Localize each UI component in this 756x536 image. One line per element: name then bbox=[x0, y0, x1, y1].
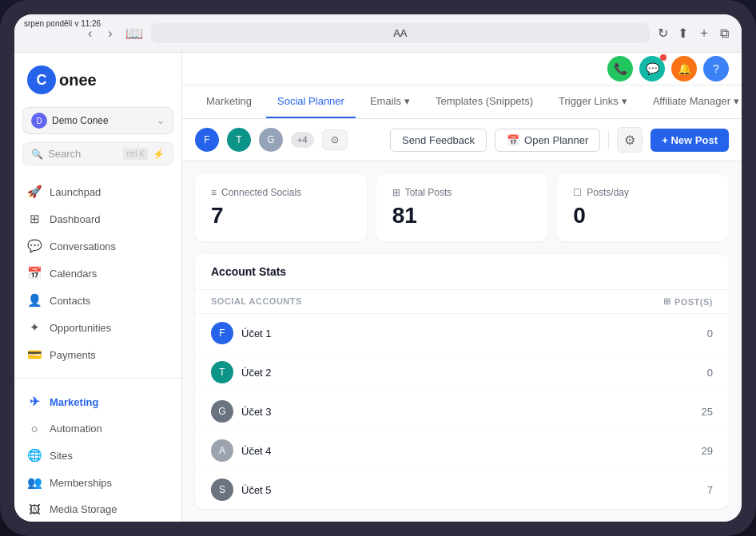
tab-emails-label: Emails bbox=[370, 95, 401, 107]
sidebar-item-launchpad[interactable]: 🚀 Launchpad bbox=[14, 178, 181, 205]
social-avatar-3[interactable]: G bbox=[259, 128, 283, 152]
tab-marketing[interactable]: Marketing bbox=[195, 85, 263, 118]
settings-button[interactable]: ⚙ bbox=[617, 127, 643, 153]
account-avatar-sm-1: F bbox=[211, 322, 233, 344]
toolbar: F T G +4 ⊙ Send Feedback 📅 Open Planner … bbox=[182, 119, 742, 161]
book-icon: 📖 bbox=[125, 25, 143, 42]
right-panel: 📞 💬 🔔 ? Marketing Social Planner bbox=[182, 53, 742, 522]
account-info-5: S Účet 5 bbox=[211, 478, 272, 501]
tabs-button[interactable]: ⧉ bbox=[720, 26, 729, 41]
contacts-icon: 👤 bbox=[27, 293, 42, 308]
search-bar[interactable]: 🔍 Search ctrl K ⚡ bbox=[22, 142, 173, 165]
sidebar: C onee D Demo Conee ⌄ 🔍 Search ctrl K ⚡ bbox=[14, 53, 182, 522]
sidebar-item-calendars[interactable]: 📅 Calendars bbox=[14, 260, 181, 287]
sidebar-item-conversations[interactable]: 💬 Conversations bbox=[14, 232, 181, 260]
status-bar: srpen pondělí v 11:26 bbox=[24, 19, 101, 28]
stat-label: ⊞ Total Posts bbox=[392, 187, 532, 198]
account-row-2: T Účet 2 0 bbox=[195, 353, 729, 392]
calendars-icon: 📅 bbox=[27, 266, 42, 280]
logo-icon: C bbox=[27, 66, 56, 94]
more-badge[interactable]: +4 bbox=[291, 132, 314, 148]
search-shortcut: ctrl K bbox=[123, 148, 148, 160]
stat-value: 7 bbox=[211, 203, 351, 228]
account-stats-title: Account Stats bbox=[195, 254, 729, 290]
account-info-1: F Účet 1 bbox=[211, 322, 272, 344]
sidebar-item-sites[interactable]: 🌐 Sites bbox=[14, 442, 181, 469]
media-storage-icon: 🖼 bbox=[27, 502, 42, 516]
posts-count-1: 0 bbox=[707, 328, 713, 339]
new-post-button[interactable]: + New Post bbox=[651, 129, 729, 152]
stat-label: ☐ Posts/day bbox=[573, 187, 713, 198]
open-planner-button[interactable]: 📅 Open Planner bbox=[495, 129, 600, 152]
open-planner-label: Open Planner bbox=[524, 134, 588, 146]
tab-trigger-links-label: Trigger Links bbox=[559, 95, 619, 107]
sidebar-item-label: Sites bbox=[50, 450, 73, 462]
send-feedback-button[interactable]: Send Feedback bbox=[390, 129, 487, 152]
dashboard-icon: ⊞ bbox=[27, 212, 42, 226]
phone-button[interactable]: 📞 bbox=[607, 56, 633, 81]
posts-count-4: 29 bbox=[702, 445, 713, 457]
main-layout: C onee D Demo Conee ⌄ 🔍 Search ctrl K ⚡ bbox=[14, 53, 742, 522]
tab-social-planner-label: Social Planner bbox=[277, 95, 344, 107]
nav-section-secondary: ✈ Marketing ○ Automation 🌐 Sites 👥 Membe… bbox=[14, 385, 181, 522]
account-info-3: G Účet 3 bbox=[211, 400, 272, 423]
help-button[interactable]: ? bbox=[703, 56, 729, 81]
sidebar-item-payments[interactable]: 💳 Payments bbox=[14, 341, 181, 368]
account-avatar-sm-2: T bbox=[211, 361, 233, 383]
sidebar-item-dashboard[interactable]: ⊞ Dashboard bbox=[14, 205, 181, 232]
sidebar-item-label: Dashboard bbox=[50, 213, 101, 225]
nav-tabs: Marketing Social Planner Emails ▾ Templa… bbox=[182, 85, 742, 119]
sidebar-item-opportunities[interactable]: ✦ Opportunities bbox=[14, 314, 181, 341]
calendar-icon: 📅 bbox=[507, 134, 519, 146]
sidebar-item-label: Opportunities bbox=[50, 322, 111, 334]
search-placeholder: Search bbox=[48, 148, 118, 160]
affiliate-dropdown-icon: ▾ bbox=[734, 95, 739, 107]
content-area: ≡ Connected Socials 7 ⊞ Total Posts 81 bbox=[182, 161, 742, 522]
search-icon: 🔍 bbox=[31, 149, 43, 160]
account-avatar-sm-5: S bbox=[211, 478, 233, 501]
tab-affiliate-manager[interactable]: Affiliate Manager ▾ bbox=[642, 85, 742, 118]
chat-button[interactable]: 💬 bbox=[639, 56, 665, 81]
sidebar-item-marketing[interactable]: ✈ Marketing bbox=[14, 388, 181, 415]
social-avatar-2[interactable]: T bbox=[227, 128, 251, 152]
posts-count-3: 25 bbox=[702, 406, 713, 418]
browser-actions: ↻ ⬆ ＋ ⧉ bbox=[658, 25, 729, 42]
sidebar-item-automation[interactable]: ○ Automation bbox=[14, 415, 181, 442]
tab-marketing-label: Marketing bbox=[206, 95, 252, 107]
sidebar-item-contacts[interactable]: 👤 Contacts bbox=[14, 287, 181, 314]
share-button[interactable]: ⬆ bbox=[678, 26, 688, 41]
account-name-1: Účet 1 bbox=[241, 328, 272, 339]
nav-section-main: 🚀 Launchpad ⊞ Dashboard 💬 Conversations … bbox=[14, 175, 181, 371]
sidebar-item-label: Contacts bbox=[50, 295, 90, 307]
tab-trigger-links[interactable]: Trigger Links ▾ bbox=[547, 85, 639, 118]
account-name-5: Účet 5 bbox=[241, 484, 272, 496]
col-social-accounts: SOCIAL ACCOUNTS bbox=[211, 296, 302, 307]
trigger-links-dropdown-icon: ▾ bbox=[622, 95, 627, 107]
filter-button[interactable]: ⊙ bbox=[322, 129, 348, 150]
url-bar[interactable]: AA bbox=[151, 23, 650, 43]
social-avatar-1[interactable]: F bbox=[195, 128, 219, 152]
account-row-5: S Účet 5 7 bbox=[195, 470, 729, 509]
stats-row: ≡ Connected Socials 7 ⊞ Total Posts 81 bbox=[195, 174, 729, 241]
posts-count-5: 7 bbox=[707, 484, 713, 496]
tablet-screen: srpen pondělí v 11:26 ‹ › 📖 AA ↻ ⬆ ＋ ⧉ bbox=[14, 14, 742, 522]
stat-label: ≡ Connected Socials bbox=[211, 187, 351, 198]
url-text: AA bbox=[393, 27, 407, 39]
account-avatar-sm-3: G bbox=[211, 400, 233, 423]
account-name-4: Účet 4 bbox=[241, 445, 272, 457]
account-info-2: T Účet 2 bbox=[211, 361, 272, 383]
tab-social-planner[interactable]: Social Planner bbox=[266, 85, 356, 118]
account-selector[interactable]: D Demo Conee ⌄ bbox=[22, 107, 173, 134]
add-tab-button[interactable]: ＋ bbox=[698, 25, 710, 42]
notification-button[interactable]: 🔔 bbox=[671, 56, 697, 81]
tab-templates[interactable]: Templates (Snippets) bbox=[424, 85, 544, 118]
sidebar-item-label: Media Storage bbox=[50, 503, 117, 515]
sidebar-item-memberships[interactable]: 👥 Memberships bbox=[14, 469, 181, 496]
logo-name: onee bbox=[59, 71, 97, 89]
forward-button[interactable]: › bbox=[103, 25, 117, 42]
tab-emails[interactable]: Emails ▾ bbox=[359, 85, 421, 118]
refresh-button[interactable]: ↻ bbox=[658, 26, 668, 41]
account-row-4: A Účet 4 29 bbox=[195, 431, 729, 470]
conversations-icon: 💬 bbox=[27, 239, 42, 253]
sidebar-item-media-storage[interactable]: 🖼 Media Storage bbox=[14, 496, 181, 522]
